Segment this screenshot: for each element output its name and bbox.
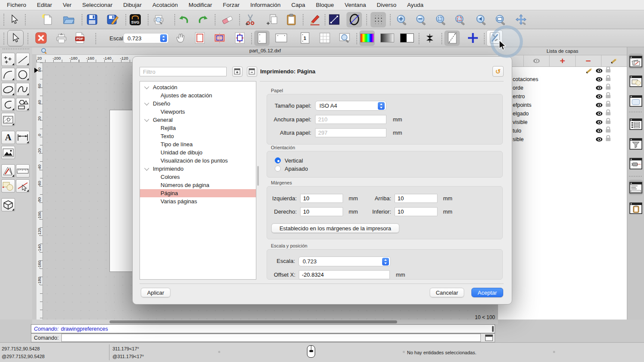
menu-forzar[interactable]: Forzar — [223, 2, 240, 8]
menu-ver[interactable]: Ver — [63, 2, 71, 8]
horizontal-scrollbar[interactable] — [32, 320, 498, 324]
filter-input[interactable] — [140, 67, 227, 76]
select-pointer-button[interactable] — [6, 12, 22, 27]
tree-item-rejilla[interactable]: Rejilla — [140, 124, 256, 132]
eye-icon[interactable] — [596, 77, 602, 81]
paper-border-button[interactable] — [192, 30, 207, 46]
hatch-tool-button[interactable] — [1, 113, 15, 126]
chevron-down-icon[interactable] — [144, 166, 149, 171]
lock-icon[interactable] — [606, 69, 611, 72]
tree-item-imprimiendo[interactable]: Imprimiendo — [140, 165, 256, 173]
arc-tool-button[interactable] — [1, 68, 15, 81]
menu-editar[interactable]: Editar — [37, 2, 52, 8]
grid-toggle-button[interactable] — [371, 12, 386, 27]
menu-ayuda[interactable]: Ayuda — [407, 2, 423, 8]
edit-layer-button[interactable] — [601, 55, 627, 66]
layer-row[interactable]: cotaciones — [498, 75, 627, 84]
preview-select-button[interactable] — [7, 30, 24, 46]
save-as-button[interactable] — [105, 12, 120, 27]
layer-row[interactable]: tulo — [498, 127, 627, 136]
line-tool-button[interactable] — [16, 53, 30, 66]
menu-acotacion[interactable]: Acotación — [152, 2, 178, 8]
lock-icon[interactable] — [606, 112, 611, 115]
library-browser-widget-button[interactable] — [629, 93, 643, 109]
paper-height-input[interactable] — [315, 128, 386, 137]
stepper-icon[interactable] — [160, 34, 167, 42]
layer-row[interactable]: visible — [498, 118, 627, 127]
tree-item-varias-paginas[interactable]: Varias páginas — [140, 197, 256, 205]
text-tool-button[interactable]: A — [1, 131, 15, 144]
right-margin-input[interactable] — [300, 207, 343, 216]
toolbar-drag-handle[interactable] — [3, 14, 4, 26]
paste-button[interactable] — [283, 12, 299, 27]
apaisado-radio[interactable] — [275, 166, 281, 172]
zoom-redraw-button[interactable] — [453, 12, 468, 27]
color-mode-button[interactable] — [359, 30, 375, 46]
lock-icon[interactable] — [606, 103, 611, 107]
new-drawing-button[interactable] — [39, 12, 55, 27]
edit-shapes-tool-button[interactable] — [1, 179, 15, 193]
menu-dibujar[interactable]: Dibujar — [123, 2, 142, 8]
menu-seleccionar[interactable]: Seleccionar — [82, 2, 113, 8]
laser-widget-button[interactable] — [629, 156, 643, 171]
toolbar-drag-handle[interactable] — [3, 33, 4, 45]
zoom-in-button[interactable] — [394, 12, 410, 27]
eye-icon[interactable] — [596, 103, 602, 107]
spline-tool-button[interactable] — [16, 83, 30, 96]
stepper-icon[interactable] — [382, 258, 389, 265]
command-widget-button[interactable] — [629, 180, 643, 195]
layer-row[interactable]: entro — [498, 93, 627, 101]
stepper-icon[interactable] — [378, 102, 385, 110]
measure-tool-button[interactable] — [16, 164, 30, 178]
detach-command-widget-button[interactable] — [485, 335, 493, 341]
tree-item-diseno[interactable]: Diseño — [140, 100, 256, 108]
tree-item-visualizacion-de-los-puntos[interactable]: Visualización de los puntos — [140, 157, 256, 165]
points-tool-button[interactable] — [1, 53, 15, 66]
zoom-previous-button[interactable] — [474, 12, 489, 27]
apply-button[interactable]: Aplicar — [141, 288, 170, 297]
print-preview-button[interactable] — [151, 12, 167, 27]
bottom-margin-input[interactable] — [395, 207, 437, 216]
eye-icon[interactable] — [596, 94, 602, 99]
tree-item-tipo-de-linea[interactable]: Tipo de línea — [140, 140, 256, 148]
tree-item-ajustes-de-acotacion[interactable]: Ajustes de acotación — [140, 91, 256, 100]
restore-defaults-button[interactable] — [492, 66, 504, 77]
entity-list-widget-button[interactable] — [629, 116, 643, 132]
blackwhite-mode-button[interactable] — [399, 30, 415, 46]
fit-to-page-button[interactable] — [422, 30, 437, 46]
vertical-radio[interactable] — [275, 157, 281, 163]
add-layer-button[interactable] — [550, 55, 575, 66]
zoom-page-button[interactable] — [337, 30, 352, 46]
edit-entity-button[interactable] — [307, 12, 322, 27]
lines-page-button[interactable] — [444, 30, 460, 46]
tree-item-colores[interactable]: Colores — [140, 173, 256, 181]
solid-3d-tool-button[interactable] — [1, 198, 15, 211]
layer-row[interactable]: sible — [498, 136, 627, 144]
left-margin-input[interactable] — [300, 194, 343, 203]
scale-combobox[interactable]: 0.723 — [298, 256, 391, 266]
menu-capa[interactable]: Capa — [292, 2, 305, 8]
layer-row[interactable]: elgado — [498, 110, 627, 118]
accept-button[interactable]: Aceptar — [471, 288, 503, 297]
trim-tool-button[interactable] — [16, 179, 30, 193]
chevron-down-icon[interactable] — [144, 117, 149, 122]
eye-icon[interactable] — [596, 137, 602, 142]
content-scrollbar[interactable] — [257, 166, 259, 186]
polyline-tool-button[interactable] — [1, 98, 15, 111]
tree-item-texto[interactable]: Texto — [140, 132, 256, 140]
lock-icon[interactable] — [606, 138, 611, 141]
tree-item-unidad-de-dibujo[interactable]: Unidad de dibujo — [140, 148, 256, 157]
zoom-pan-button[interactable] — [513, 12, 529, 27]
toggle-visibility-button[interactable] — [524, 55, 550, 66]
circle-tool-button[interactable] — [16, 68, 30, 81]
history-scrollbar[interactable] — [492, 326, 494, 332]
eye-icon[interactable] — [596, 112, 602, 116]
chevron-down-icon[interactable] — [144, 101, 149, 106]
lock-icon[interactable] — [606, 86, 611, 90]
collapse-all-button[interactable] — [247, 66, 257, 77]
chevron-down-icon[interactable] — [144, 84, 149, 89]
tree-item-general[interactable]: General — [140, 116, 256, 124]
lock-icon[interactable] — [606, 129, 611, 133]
eye-icon[interactable] — [596, 86, 602, 90]
menu-fichero[interactable]: Fichero — [7, 2, 26, 8]
